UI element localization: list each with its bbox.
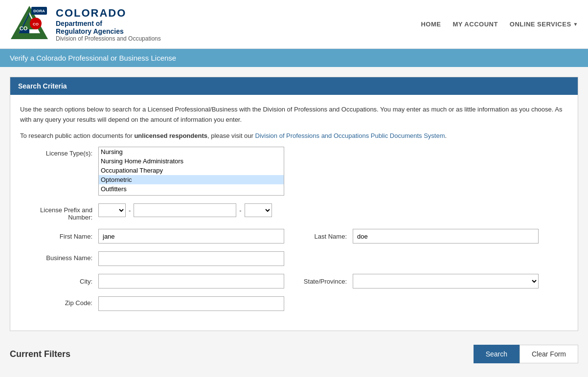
top-nav: HOME MY ACCOUNT ONLINE SERVICES ▼ [421,21,578,28]
page-banner: Verify a Colorado Professional or Busine… [0,49,588,67]
license-option-outfitters[interactable]: Outfitters [99,184,284,194]
license-prefix-inputs: - - [98,203,568,217]
business-name-input[interactable] [98,251,284,266]
license-prefix-control: - - [98,203,568,217]
logo-area: DORA CO CO COLORADO Department ofRegulat… [10,5,161,44]
city-input[interactable] [98,274,284,288]
last-name-input[interactable] [353,229,539,244]
license-type-select[interactable]: Nursing Nursing Home Administrators Occu… [99,147,284,195]
svg-text:DORA: DORA [33,9,45,13]
division-name: Division of Professions and Occupations [56,35,161,42]
license-number-input[interactable] [134,203,236,217]
my-account-link[interactable]: MY ACCOUNT [452,21,498,28]
dash-separator-2: - [238,207,242,214]
business-name-row: Business Name: [20,251,568,266]
svg-text:CO: CO [33,22,39,26]
public-docs-link[interactable]: Division of Professions and Occupations … [255,132,445,139]
business-name-control [98,251,568,266]
last-name-label: Last Name: [294,233,353,240]
info-text-2: To research public action documents for … [20,131,568,141]
license-type-control: Nursing Nursing Home Administrators Occu… [98,147,568,196]
chevron-down-icon: ▼ [573,22,578,27]
agency-name: Department ofRegulatory Agencies [56,20,161,35]
header: DORA CO CO COLORADO Department ofRegulat… [0,0,588,49]
search-card-body: Use the search options below to search f… [10,95,578,331]
city-state-row: City: State/Province: Colorado Californi… [20,274,568,288]
business-name-label: Business Name: [20,251,98,262]
state-label: State/Province: [294,278,353,285]
license-option-occupational[interactable]: Occupational Therapy [99,166,284,175]
name-row: First Name: Last Name: [20,229,568,244]
state-select[interactable]: Colorado California [353,274,539,288]
banner-title: Verify a Colorado Professional or Busine… [10,54,176,62]
state-col: State/Province: Colorado California [294,274,568,288]
city-label: City: [20,278,98,285]
license-type-row: License Type(s): Nursing Nursing Home Ad… [20,147,568,196]
license-type-label: License Type(s): [20,147,98,157]
search-card-title: Search Criteria [18,82,67,90]
license-option-optometric[interactable]: Optometric [99,175,284,184]
main-content: Search Criteria Use the search options b… [0,67,588,377]
first-name-input[interactable] [98,229,284,244]
clear-form-button[interactable]: Clear Form [520,345,578,363]
license-option-nursing[interactable]: Nursing [99,147,284,156]
state-name: COLORADO [56,7,161,20]
online-services-link[interactable]: ONLINE SERVICES ▼ [510,21,578,28]
license-type-list-container[interactable]: Nursing Nursing Home Administrators Occu… [98,147,284,196]
zip-code-input[interactable] [98,296,284,311]
svg-text:CO: CO [20,25,28,31]
logo-text: COLORADO Department ofRegulatory Agencie… [56,7,161,42]
license-prefix-label: License Prefix andNumber: [20,203,98,221]
license-option-nursing-home[interactable]: Nursing Home Administrators [99,156,284,166]
current-filters-bar: Current Filters Search Clear Form [10,341,578,367]
search-card-header: Search Criteria [10,77,578,95]
license-prefix-row: License Prefix andNumber: - - [20,203,568,221]
license-prefix-select[interactable] [98,203,126,217]
zip-code-control [98,296,568,311]
action-buttons: Search Clear Form [474,345,578,363]
zip-code-label: Zip Code: [20,296,98,307]
city-col: City: [20,274,294,288]
first-name-label: First Name: [20,233,98,240]
search-card: Search Criteria Use the search options b… [10,77,578,331]
current-filters-label: Current Filters [10,349,70,359]
home-link[interactable]: HOME [421,21,441,28]
dash-separator-1: - [128,207,132,214]
license-suffix-select[interactable] [245,203,272,217]
last-name-col: Last Name: [294,229,568,244]
first-name-col: First Name: [20,229,294,244]
online-services-label: ONLINE SERVICES [510,21,571,28]
info-text-1: Use the search options below to search f… [20,105,568,125]
search-button[interactable]: Search [474,345,520,363]
dora-logo: DORA CO CO [10,5,49,44]
zip-code-row: Zip Code: [20,296,568,311]
